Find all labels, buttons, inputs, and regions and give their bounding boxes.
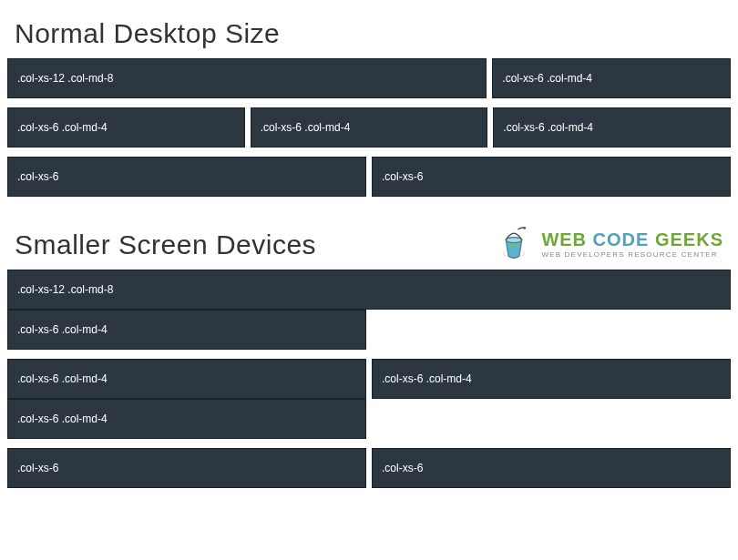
heading-row-smaller: Smaller Screen Devices WEB CODE GEEKS WE… [7,219,731,270]
smaller-row-5: .col-xs-6 .col-xs-6 [7,448,731,488]
desktop-row-3: .col-xs-6 .col-xs-6 [7,157,731,197]
desktop-row-1: .col-xs-12 .col-md-8 .col-xs-6 .col-md-4 [7,58,731,98]
grid-cell: .col-xs-6 .col-md-4 [7,310,366,350]
logo-main-text: WEB CODE GEEKS [541,229,723,250]
desktop-row-2: .col-xs-6 .col-md-4 .col-xs-6 .col-md-4 … [7,107,731,148]
grid-cell: .col-xs-12 .col-md-8 [7,58,487,98]
svg-point-2 [524,227,527,229]
smaller-grid: .col-xs-12 .col-md-8 .col-xs-6 .col-md-4… [7,270,731,488]
grid-cell: .col-xs-6 [7,157,366,197]
heading-desktop: Normal Desktop Size [15,18,731,49]
grid-cell: .col-xs-6 .col-md-4 [492,58,731,98]
smaller-row-3: .col-xs-6 .col-md-4 .col-xs-6 .col-md-4 [7,359,731,399]
grid-cell: .col-xs-6 .col-md-4 [7,359,366,399]
grid-cell: .col-xs-6 [7,448,366,488]
bucket-icon [494,224,534,264]
desktop-grid: .col-xs-12 .col-md-8 .col-xs-6 .col-md-4… [7,58,731,197]
heading-smaller: Smaller Screen Devices [15,229,316,260]
logo-webcodegeeks: WEB CODE GEEKS WEB DEVELOPERS RESOURCE C… [494,224,723,264]
smaller-row-2: .col-xs-6 .col-md-4 [7,310,731,350]
grid-cell: .col-xs-6 .col-md-4 [493,107,731,148]
logo-sub-text: WEB DEVELOPERS RESOURCE CENTER [541,250,723,259]
grid-cell: .col-xs-12 .col-md-8 [7,270,731,310]
grid-cell: .col-xs-6 .col-md-4 [7,107,245,148]
smaller-row-1: .col-xs-12 .col-md-8 [7,270,731,310]
svg-point-1 [507,238,523,243]
grid-cell: .col-xs-6 .col-md-4 [251,107,488,148]
grid-cell: .col-xs-6 .col-md-4 [7,399,366,439]
smaller-row-4: .col-xs-6 .col-md-4 [7,399,731,439]
logo-text: WEB CODE GEEKS WEB DEVELOPERS RESOURCE C… [541,229,723,259]
grid-cell: .col-xs-6 [372,157,731,197]
grid-cell: .col-xs-6 .col-md-4 [372,359,731,399]
grid-cell: .col-xs-6 [372,448,731,488]
